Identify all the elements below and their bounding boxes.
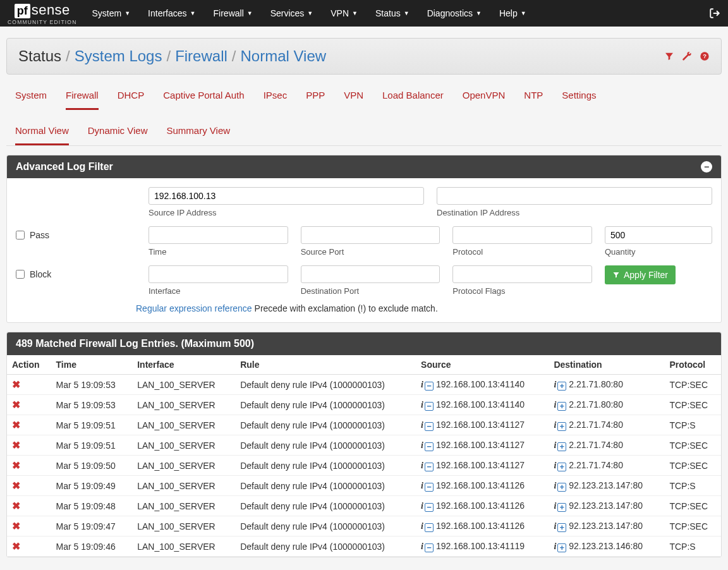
tab-settings[interactable]: Settings [562, 90, 596, 110]
protocol-flags-input[interactable] [452, 265, 592, 283]
tab-dhcp[interactable]: DHCP [118, 90, 145, 110]
nav-item-help[interactable]: Help▼ [499, 8, 526, 18]
brand-logo[interactable]: pf sense COMMUNITY EDITION [8, 2, 77, 25]
block-action-icon[interactable]: ✖ [12, 420, 20, 430]
breadcrumb-item[interactable]: Firewall [175, 47, 228, 64]
cell-protocol: TCP:SEC [664, 375, 721, 395]
block-checkbox[interactable] [16, 270, 25, 279]
time-input[interactable] [149, 226, 288, 244]
block-action-icon[interactable]: ✖ [12, 541, 20, 552]
info-icon[interactable]: i [421, 521, 423, 531]
nav-item-firewall[interactable]: Firewall▼ [214, 8, 253, 18]
svg-text:?: ? [703, 53, 707, 59]
block-action-icon[interactable]: ✖ [12, 460, 20, 471]
remove-source-icon[interactable]: − [425, 543, 434, 552]
tab-normal-view[interactable]: Normal View [15, 125, 69, 145]
col-action: Action [7, 355, 51, 375]
block-action-icon[interactable]: ✖ [12, 440, 20, 451]
tab-load-balancer[interactable]: Load Balancer [382, 90, 444, 110]
breadcrumb-item[interactable]: System Logs [75, 47, 162, 64]
dest-port-input[interactable] [301, 265, 440, 283]
nav-item-interfaces[interactable]: Interfaces▼ [148, 8, 195, 18]
tab-summary-view[interactable]: Summary View [167, 125, 231, 145]
cell-time: Mar 5 19:09:51 [51, 415, 133, 435]
tab-system[interactable]: System [15, 90, 47, 110]
apply-filter-button[interactable]: Apply Filter [605, 265, 676, 284]
block-action-icon[interactable]: ✖ [12, 399, 20, 410]
add-dest-icon[interactable]: + [557, 442, 566, 451]
info-icon[interactable]: i [554, 481, 556, 490]
interface-input[interactable] [149, 265, 288, 283]
block-action-icon[interactable]: ✖ [12, 379, 20, 390]
breadcrumb-item[interactable]: Normal View [240, 47, 326, 64]
info-icon[interactable]: i [554, 380, 556, 389]
block-action-icon[interactable]: ✖ [12, 480, 20, 491]
tab-dynamic-view[interactable]: Dynamic View [88, 125, 148, 145]
dest-ip-input[interactable] [437, 187, 712, 205]
cell-rule: Default deny rule IPv4 (1000000103) [235, 456, 416, 476]
breadcrumb: Status/System Logs/Firewall/Normal View … [6, 38, 722, 75]
dest-port-label: Destination Port [301, 286, 440, 296]
info-icon[interactable]: i [421, 440, 423, 450]
cell-time: Mar 5 19:09:53 [51, 375, 133, 395]
remove-source-icon[interactable]: − [425, 402, 434, 411]
tab-firewall[interactable]: Firewall [66, 90, 99, 110]
source-port-input[interactable] [301, 226, 440, 244]
tab-ipsec[interactable]: IPsec [264, 90, 288, 110]
logout-icon[interactable] [709, 8, 720, 19]
info-icon[interactable]: i [554, 521, 556, 531]
block-action-icon[interactable]: ✖ [12, 521, 20, 531]
nav-item-system[interactable]: System▼ [92, 8, 131, 18]
info-icon[interactable]: i [421, 461, 423, 470]
add-dest-icon[interactable]: + [557, 543, 566, 552]
tab-ntp[interactable]: NTP [524, 90, 543, 110]
tab-openvpn[interactable]: OpenVPN [463, 90, 506, 110]
add-dest-icon[interactable]: + [557, 422, 566, 431]
collapse-icon[interactable]: − [701, 161, 712, 173]
info-icon[interactable]: i [421, 380, 423, 389]
add-dest-icon[interactable]: + [557, 483, 566, 492]
info-icon[interactable]: i [554, 461, 556, 470]
info-icon[interactable]: i [421, 400, 423, 409]
regex-reference-link[interactable]: Regular expression reference [136, 303, 252, 313]
remove-source-icon[interactable]: − [425, 483, 434, 492]
tab-vpn[interactable]: VPN [344, 90, 363, 110]
info-icon[interactable]: i [554, 440, 556, 450]
info-icon[interactable]: i [421, 501, 423, 511]
nav-item-diagnostics[interactable]: Diagnostics▼ [427, 8, 482, 18]
nav-item-services[interactable]: Services▼ [270, 8, 313, 18]
block-action-icon[interactable]: ✖ [12, 500, 20, 511]
tab-captive-portal-auth[interactable]: Captive Portal Auth [163, 90, 244, 110]
pass-checkbox[interactable] [16, 231, 25, 240]
remove-source-icon[interactable]: − [425, 523, 434, 532]
cell-source: 192.168.100.13:41126 [436, 480, 525, 490]
filter-icon[interactable] [664, 51, 674, 61]
nav-item-vpn[interactable]: VPN▼ [331, 8, 358, 18]
help-icon[interactable]: ? [700, 51, 710, 61]
add-dest-icon[interactable]: + [557, 503, 566, 512]
add-dest-icon[interactable]: + [557, 463, 566, 471]
info-icon[interactable]: i [554, 542, 556, 551]
remove-source-icon[interactable]: − [425, 463, 434, 471]
info-icon[interactable]: i [421, 542, 423, 551]
protocol-input[interactable] [452, 226, 592, 244]
info-icon[interactable]: i [421, 481, 423, 490]
add-dest-icon[interactable]: + [557, 402, 566, 411]
quantity-input[interactable] [605, 226, 712, 244]
cell-source: 192.168.100.13:41140 [436, 399, 525, 409]
info-icon[interactable]: i [554, 420, 556, 430]
add-dest-icon[interactable]: + [557, 523, 566, 532]
protocol-flags-label: Protocol Flags [452, 286, 592, 296]
wrench-icon[interactable] [682, 51, 692, 61]
add-dest-icon[interactable]: + [557, 382, 566, 391]
nav-item-status[interactable]: Status▼ [375, 8, 410, 18]
info-icon[interactable]: i [421, 420, 423, 430]
remove-source-icon[interactable]: − [425, 422, 434, 431]
remove-source-icon[interactable]: − [425, 382, 434, 391]
info-icon[interactable]: i [554, 400, 556, 409]
tab-ppp[interactable]: PPP [306, 90, 325, 110]
remove-source-icon[interactable]: − [425, 503, 434, 512]
info-icon[interactable]: i [554, 501, 556, 511]
remove-source-icon[interactable]: − [425, 442, 434, 451]
source-ip-input[interactable] [149, 187, 424, 205]
